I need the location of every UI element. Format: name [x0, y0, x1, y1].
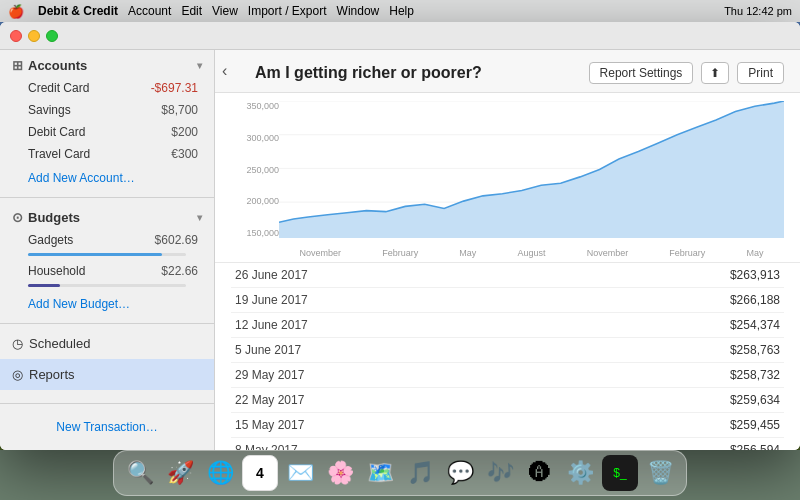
menu-account[interactable]: Account — [128, 4, 171, 18]
household-progress-fill — [28, 284, 60, 287]
sidebar-item-travel-card[interactable]: Travel Card €300 — [0, 143, 214, 165]
reports-icon: ◎ — [12, 367, 23, 382]
dock-launchpad[interactable]: 🚀 — [162, 455, 198, 491]
apple-logo[interactable]: 🍎 — [8, 4, 24, 19]
budgets-icon: ⊙ — [12, 210, 23, 225]
accounts-section-header[interactable]: ⊞ Accounts ▾ — [0, 50, 214, 77]
x-label-4: August — [517, 248, 545, 258]
household-progress-bar — [28, 284, 186, 287]
sidebar-divider-1 — [0, 197, 214, 198]
menu-help[interactable]: Help — [389, 4, 414, 18]
sidebar-item-reports[interactable]: ◎ Reports — [0, 359, 214, 390]
table-row[interactable]: 8 May 2017$256,594 — [231, 438, 784, 450]
dock-mail[interactable]: ✉️ — [282, 455, 318, 491]
app-window: ⊞ Accounts ▾ Credit Card -$697.31 Saving… — [0, 22, 800, 450]
table-row[interactable]: 29 May 2017$258,732 — [231, 363, 784, 388]
row-date: 12 June 2017 — [235, 318, 308, 332]
close-button[interactable] — [10, 30, 22, 42]
print-button[interactable]: Print — [737, 62, 784, 84]
data-table: 26 June 2017$263,91319 June 2017$266,188… — [215, 263, 800, 450]
traffic-lights — [10, 30, 58, 42]
add-new-budget-link[interactable]: Add New Budget… — [0, 291, 214, 319]
dock-safari[interactable]: 🌐 — [202, 455, 238, 491]
gadgets-name: Gadgets — [28, 233, 73, 247]
content-header: Am I getting richer or poorer? Report Se… — [215, 50, 800, 93]
sidebar-spacer — [0, 390, 214, 403]
dock-settings[interactable]: ⚙️ — [562, 455, 598, 491]
dock: 🔍 🚀 🌐 4 ✉️ 🌸 🗺️ 🎵 💬 🎶 🅐 ⚙️ $_ 🗑️ — [113, 450, 687, 496]
sidebar-bottom: New Transaction… — [0, 403, 214, 450]
table-row[interactable]: 22 May 2017$259,634 — [231, 388, 784, 413]
row-value: $258,732 — [730, 368, 780, 382]
dock-terminal[interactable]: $_ — [602, 455, 638, 491]
x-label-5: November — [587, 248, 629, 258]
x-axis-labels: November February May August November Fe… — [279, 248, 784, 258]
dock-calendar-4[interactable]: 4 — [242, 455, 278, 491]
row-value: $259,455 — [730, 418, 780, 432]
table-row[interactable]: 12 June 2017$254,374 — [231, 313, 784, 338]
table-row[interactable]: 15 May 2017$259,455 — [231, 413, 784, 438]
menu-app-name[interactable]: Debit & Credit — [38, 4, 118, 18]
sidebar-item-gadgets[interactable]: Gadgets $602.69 — [0, 229, 214, 251]
row-date: 19 June 2017 — [235, 293, 308, 307]
table-row[interactable]: 19 June 2017$266,188 — [231, 288, 784, 313]
menu-edit[interactable]: Edit — [181, 4, 202, 18]
budgets-chevron: ▾ — [197, 212, 202, 223]
report-settings-button[interactable]: Report Settings — [589, 62, 694, 84]
dock-trash[interactable]: 🗑️ — [642, 455, 678, 491]
row-date: 5 June 2017 — [235, 343, 301, 357]
budgets-section-header[interactable]: ⊙ Budgets ▾ — [0, 202, 214, 229]
menu-view[interactable]: View — [212, 4, 238, 18]
row-date: 8 May 2017 — [235, 443, 298, 450]
scheduled-label: Scheduled — [29, 336, 90, 351]
chart-fill — [279, 101, 784, 238]
maximize-button[interactable] — [46, 30, 58, 42]
share-icon: ⬆ — [710, 66, 720, 80]
row-date: 29 May 2017 — [235, 368, 304, 382]
sidebar-item-scheduled[interactable]: ◷ Scheduled — [0, 328, 214, 359]
menu-time: Thu 12:42 pm — [724, 5, 792, 17]
y-label-5: 150,000 — [231, 228, 279, 238]
sidebar-item-credit-card[interactable]: Credit Card -$697.31 — [0, 77, 214, 99]
back-button[interactable]: ‹ — [222, 62, 227, 80]
table-row[interactable]: 26 June 2017$263,913 — [231, 263, 784, 288]
row-value: $259,634 — [730, 393, 780, 407]
sidebar-item-debit-card[interactable]: Debit Card $200 — [0, 121, 214, 143]
dock-appstore[interactable]: 🅐 — [522, 455, 558, 491]
household-name: Household — [28, 264, 85, 278]
row-value: $258,763 — [730, 343, 780, 357]
credit-card-value: -$697.31 — [151, 81, 198, 95]
minimize-button[interactable] — [28, 30, 40, 42]
debit-card-value: $200 — [171, 125, 198, 139]
dock-music[interactable]: 🎵 — [402, 455, 438, 491]
savings-value: $8,700 — [161, 103, 198, 117]
sidebar-item-household[interactable]: Household $22.66 — [0, 260, 214, 282]
report-title: Am I getting richer or poorer? — [255, 64, 482, 82]
accounts-chevron: ▾ — [197, 60, 202, 71]
travel-card-value: €300 — [171, 147, 198, 161]
table-row[interactable]: 5 June 2017$258,763 — [231, 338, 784, 363]
y-label-3: 250,000 — [231, 165, 279, 175]
dock-messages[interactable]: 💬 — [442, 455, 478, 491]
x-label-6: February — [669, 248, 705, 258]
menu-import-export[interactable]: Import / Export — [248, 4, 327, 18]
chart-area: 350,000 300,000 250,000 200,000 150,000 — [215, 93, 800, 263]
travel-card-name: Travel Card — [28, 147, 90, 161]
y-label-2: 300,000 — [231, 133, 279, 143]
header-actions: Report Settings ⬆ Print — [589, 62, 784, 84]
dock-photos[interactable]: 🌸 — [322, 455, 358, 491]
share-button[interactable]: ⬆ — [701, 62, 729, 84]
x-label-7: May — [746, 248, 763, 258]
sidebar-item-savings[interactable]: Savings $8,700 — [0, 99, 214, 121]
new-transaction-button[interactable]: New Transaction… — [12, 414, 202, 440]
sidebar: ⊞ Accounts ▾ Credit Card -$697.31 Saving… — [0, 50, 215, 450]
add-new-account-link[interactable]: Add New Account… — [0, 165, 214, 193]
dock-finder[interactable]: 🔍 — [122, 455, 158, 491]
main-content: ‹ Am I getting richer or poorer? Report … — [215, 50, 800, 450]
x-label-1: November — [300, 248, 342, 258]
menu-window[interactable]: Window — [337, 4, 380, 18]
dock-maps[interactable]: 🗺️ — [362, 455, 398, 491]
debit-card-name: Debit Card — [28, 125, 85, 139]
dock-itunes[interactable]: 🎶 — [482, 455, 518, 491]
chart-svg-container — [279, 101, 784, 238]
